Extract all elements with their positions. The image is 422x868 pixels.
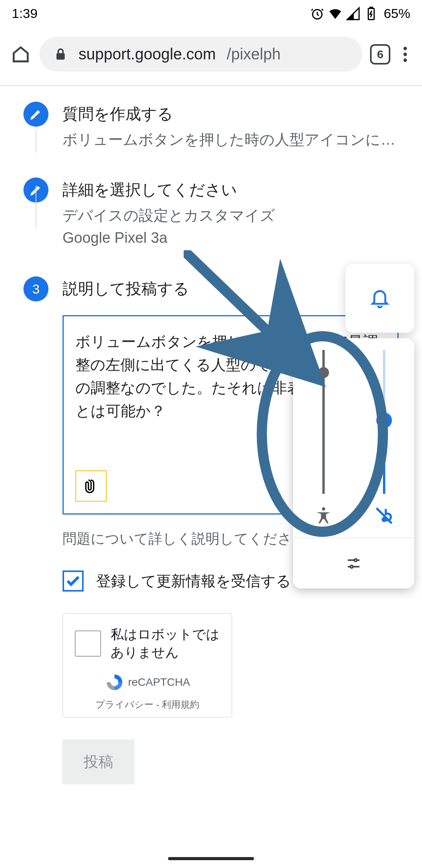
browser-bar: support.google.com/pixelph 6 [0, 31, 422, 86]
bell-icon [369, 287, 391, 309]
url-bar[interactable]: support.google.com/pixelph [39, 37, 362, 72]
svg-point-7 [322, 507, 325, 511]
tab-count: 6 [377, 48, 384, 61]
slider-thumb[interactable] [376, 412, 392, 428]
step-3: 3 説明して投稿する [23, 257, 399, 303]
accessibility-volume-col [293, 338, 354, 538]
step-1-title: 質問を作成する [63, 103, 399, 125]
tabs-button[interactable]: 6 [370, 44, 390, 65]
attach-button[interactable] [75, 470, 107, 502]
status-right: 65% [310, 6, 410, 21]
wifi-icon [328, 7, 342, 21]
svg-point-5 [404, 52, 407, 56]
svg-point-8 [354, 559, 357, 561]
recaptcha-label: 私はロボットではありません [111, 626, 220, 662]
battery-icon [364, 7, 378, 21]
volume-settings-button[interactable] [293, 538, 414, 588]
alarm-icon [310, 7, 324, 21]
home-icon [11, 45, 30, 64]
check-icon [65, 573, 81, 589]
slider-fill [383, 422, 385, 494]
step-1[interactable]: 質問を作成する ボリュームボタンを押した時の人型アイコンに… [23, 102, 399, 151]
more-vert-icon [403, 47, 407, 62]
accessibility-slider[interactable] [322, 350, 325, 494]
step-connector [36, 185, 36, 228]
lock-icon [54, 47, 68, 61]
recaptcha-links[interactable]: プライバシー - 利用規約 [95, 698, 199, 711]
recaptcha-brand: reCAPTCHA [128, 676, 190, 689]
step-2-title: 詳細を選択してください [63, 179, 399, 201]
step-3-number: 3 [23, 276, 48, 301]
tune-icon [346, 556, 361, 571]
accessibility-icon[interactable] [313, 506, 334, 526]
signal-icon [346, 7, 360, 21]
nav-handle[interactable] [168, 857, 254, 860]
volume-panel [293, 338, 414, 588]
subscribe-checkbox[interactable] [63, 570, 84, 592]
step-1-sub: ボリュームボタンを押した時の人型アイコンに… [63, 129, 399, 151]
step-2-sub1: デバイスの設定とカスタマイズ [63, 204, 399, 227]
submit-label: 投稿 [84, 753, 113, 770]
home-button[interactable] [10, 43, 32, 65]
pencil-icon [23, 102, 48, 127]
status-bar: 1:39 65% [0, 0, 422, 27]
step-2[interactable]: 詳細を選択してください デバイスの設定とカスタマイズ Google Pixel … [23, 158, 399, 249]
slider-thumb[interactable] [318, 367, 329, 378]
media-volume-col [354, 338, 414, 538]
step-connector [36, 129, 36, 152]
url-host: support.google.com [79, 45, 216, 63]
status-time: 1:39 [12, 6, 38, 21]
paperclip-icon [83, 476, 99, 496]
recaptcha-checkbox[interactable] [75, 630, 101, 657]
more-button[interactable] [398, 44, 412, 65]
recaptcha-widget: 私はロボットではありません reCAPTCHA プライバシー - 利用規約 [63, 613, 232, 717]
ringer-button[interactable] [345, 264, 414, 333]
svg-point-4 [404, 47, 407, 50]
battery-percent: 65% [384, 6, 410, 21]
submit-button[interactable]: 投稿 [63, 739, 134, 784]
music-note-icon[interactable] [374, 506, 394, 526]
step-2-sub2: Google Pixel 3a [63, 227, 399, 249]
svg-rect-2 [370, 7, 372, 8]
url-path: /pixelph [227, 45, 281, 63]
media-slider[interactable] [383, 350, 385, 494]
svg-point-9 [350, 565, 353, 568]
recaptcha-icon [105, 673, 124, 692]
subscribe-label: 登録して更新情報を受信する [96, 571, 291, 591]
svg-rect-3 [57, 53, 65, 60]
svg-point-6 [404, 58, 407, 62]
